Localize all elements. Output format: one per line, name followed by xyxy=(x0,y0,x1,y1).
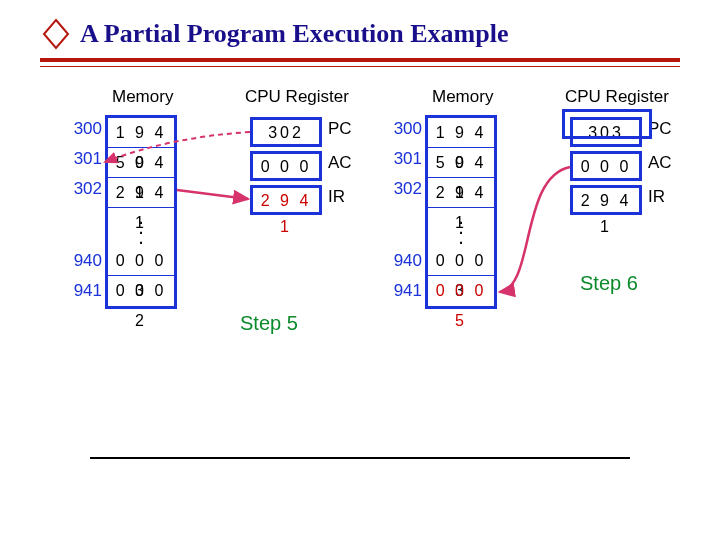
ir-register: 2 9 4 1 xyxy=(570,185,642,215)
mem-cell: 5 9 4 1 xyxy=(428,148,494,178)
title-rule-thin xyxy=(40,66,680,67)
title-rule xyxy=(40,58,680,62)
ac-register: 0 0 0 5 xyxy=(570,151,642,181)
mem-addr: 301 xyxy=(62,149,102,169)
mem-addr: 940 xyxy=(62,251,102,271)
ac-register: 0 0 0 5 xyxy=(250,151,322,181)
mem-addr: 301 xyxy=(382,149,422,169)
memory-header: Memory xyxy=(432,87,493,107)
title-row: A Partial Program Execution Example xyxy=(0,0,720,58)
diamond-icon xyxy=(40,18,72,50)
ac-label: AC xyxy=(328,153,352,173)
svg-marker-0 xyxy=(44,20,68,48)
mem-addr: 941 xyxy=(62,281,102,301)
mem-cell: 0 0 0 2 xyxy=(108,276,174,306)
memory-header: Memory xyxy=(112,87,173,107)
mem-cell: 0 0 0 5 xyxy=(428,276,494,306)
mem-cell: 2 9 4 1 xyxy=(108,178,174,208)
step-label: Step 6 xyxy=(580,272,638,295)
cpu-header: CPU Register xyxy=(245,87,349,107)
cpu-header: CPU Register xyxy=(565,87,669,107)
mem-addr: 941 xyxy=(382,281,422,301)
mem-addr: 302 xyxy=(62,179,102,199)
ir-label: IR xyxy=(328,187,345,207)
mem-addr: 300 xyxy=(62,119,102,139)
mem-cell: 1 9 4 0 xyxy=(108,118,174,148)
ac-label: AC xyxy=(648,153,672,173)
mem-cell: 5 9 4 1 xyxy=(108,148,174,178)
memory-table: 1 9 4 0 5 9 4 1 2 9 4 1 ... 0 0 0 3 0 0 … xyxy=(105,115,177,309)
pc-label: PC xyxy=(328,119,352,139)
mem-cell: 0 0 0 3 xyxy=(428,246,494,276)
mem-gap: ... xyxy=(108,208,174,246)
step-label: Step 5 xyxy=(240,312,298,335)
pc-register: 302 xyxy=(250,117,322,147)
bottom-rule xyxy=(90,457,630,459)
ir-label: IR xyxy=(648,187,665,207)
mem-cell: 0 0 0 3 xyxy=(108,246,174,276)
diagram-content: Memory CPU Register 300 301 302 940 941 … xyxy=(50,87,670,427)
mem-addr: 302 xyxy=(382,179,422,199)
pc-highlight xyxy=(562,109,652,139)
mem-addr: 300 xyxy=(382,119,422,139)
mem-gap: ... xyxy=(428,208,494,246)
mem-addr: 940 xyxy=(382,251,422,271)
memory-table: 1 9 4 0 5 9 4 1 2 9 4 1 ... 0 0 0 3 0 0 … xyxy=(425,115,497,309)
page-title: A Partial Program Execution Example xyxy=(80,19,508,49)
mem-cell: 2 9 4 1 xyxy=(428,178,494,208)
mem-cell: 1 9 4 0 xyxy=(428,118,494,148)
ir-register: 2 9 4 1 xyxy=(250,185,322,215)
